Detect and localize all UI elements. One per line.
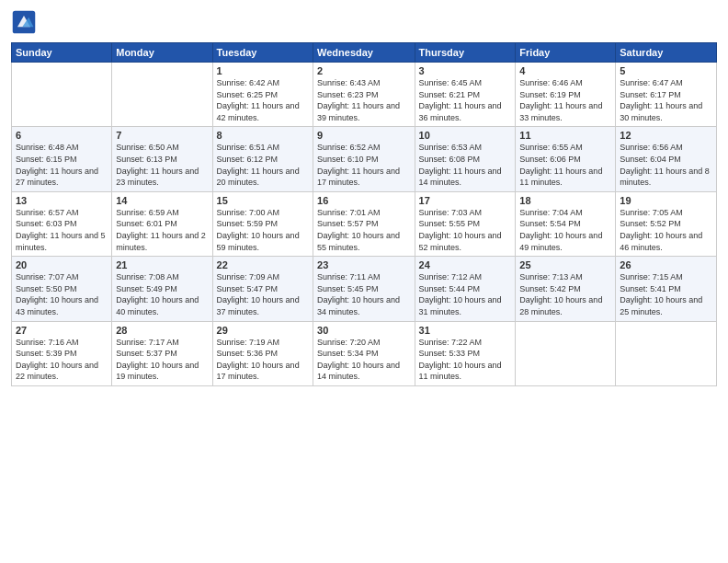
day-info: Sunrise: 7:03 AMSunset: 5:55 PMDaylight:… xyxy=(419,207,512,253)
day-number: 2 xyxy=(317,65,410,76)
day-info: Sunrise: 7:00 AMSunset: 5:59 PMDaylight:… xyxy=(217,207,309,253)
calendar-cell: 28Sunrise: 7:17 AMSunset: 5:37 PMDayligh… xyxy=(112,321,212,385)
day-number: 11 xyxy=(519,130,611,141)
day-info: Sunrise: 6:55 AMSunset: 6:06 PMDaylight:… xyxy=(519,142,611,188)
calendar-cell xyxy=(516,321,616,385)
day-number: 9 xyxy=(317,130,410,141)
calendar-cell: 15Sunrise: 7:00 AMSunset: 5:59 PMDayligh… xyxy=(212,191,313,256)
calendar-cell: 23Sunrise: 7:11 AMSunset: 5:45 PMDayligh… xyxy=(313,257,415,321)
calendar-cell xyxy=(616,321,717,385)
day-number: 20 xyxy=(16,259,108,270)
calendar-cell: 4Sunrise: 6:46 AMSunset: 6:19 PMDaylight… xyxy=(516,63,616,127)
day-info: Sunrise: 6:42 AMSunset: 6:25 PMDaylight:… xyxy=(217,77,309,123)
day-number: 3 xyxy=(419,65,512,76)
calendar-cell: 24Sunrise: 7:12 AMSunset: 5:44 PMDayligh… xyxy=(415,257,516,321)
day-number: 28 xyxy=(116,325,208,336)
calendar-table: SundayMondayTuesdayWednesdayThursdayFrid… xyxy=(11,42,717,386)
day-info: Sunrise: 6:57 AMSunset: 6:03 PMDaylight:… xyxy=(16,207,108,253)
weekday-header: Friday xyxy=(516,43,616,63)
day-info: Sunrise: 7:08 AMSunset: 5:49 PMDaylight:… xyxy=(116,271,208,317)
day-number: 31 xyxy=(419,325,512,336)
calendar-week-row: 20Sunrise: 7:07 AMSunset: 5:50 PMDayligh… xyxy=(12,257,717,321)
calendar-cell: 8Sunrise: 6:51 AMSunset: 6:12 PMDaylight… xyxy=(212,127,313,191)
calendar-cell: 25Sunrise: 7:13 AMSunset: 5:42 PMDayligh… xyxy=(516,257,616,321)
calendar-cell: 12Sunrise: 6:56 AMSunset: 6:04 PMDayligh… xyxy=(616,127,717,191)
day-info: Sunrise: 6:52 AMSunset: 6:10 PMDaylight:… xyxy=(317,142,410,188)
weekday-header: Wednesday xyxy=(313,43,415,63)
day-number: 1 xyxy=(217,65,309,76)
logo xyxy=(11,9,40,35)
calendar-cell: 17Sunrise: 7:03 AMSunset: 5:55 PMDayligh… xyxy=(415,191,516,256)
day-info: Sunrise: 7:15 AMSunset: 5:41 PMDaylight:… xyxy=(620,271,712,317)
calendar-cell: 1Sunrise: 6:42 AMSunset: 6:25 PMDaylight… xyxy=(212,63,313,127)
day-info: Sunrise: 6:59 AMSunset: 6:01 PMDaylight:… xyxy=(116,207,208,253)
calendar-cell xyxy=(12,63,112,127)
calendar-week-row: 6Sunrise: 6:48 AMSunset: 6:15 PMDaylight… xyxy=(12,127,717,191)
calendar-cell: 18Sunrise: 7:04 AMSunset: 5:54 PMDayligh… xyxy=(516,191,616,256)
day-number: 22 xyxy=(217,259,309,270)
weekday-header: Thursday xyxy=(415,43,516,63)
page-header xyxy=(11,9,717,35)
day-number: 12 xyxy=(620,130,712,141)
calendar-cell: 20Sunrise: 7:07 AMSunset: 5:50 PMDayligh… xyxy=(12,257,112,321)
day-number: 26 xyxy=(620,259,712,270)
day-info: Sunrise: 6:48 AMSunset: 6:15 PMDaylight:… xyxy=(16,142,108,188)
calendar-cell: 5Sunrise: 6:47 AMSunset: 6:17 PMDaylight… xyxy=(616,63,717,127)
calendar-cell: 10Sunrise: 6:53 AMSunset: 6:08 PMDayligh… xyxy=(415,127,516,191)
weekday-header: Sunday xyxy=(12,43,112,63)
calendar-week-row: 27Sunrise: 7:16 AMSunset: 5:39 PMDayligh… xyxy=(12,321,717,385)
weekday-header: Tuesday xyxy=(212,43,313,63)
day-number: 21 xyxy=(116,259,208,270)
day-number: 25 xyxy=(519,259,611,270)
day-info: Sunrise: 7:09 AMSunset: 5:47 PMDaylight:… xyxy=(217,271,309,317)
calendar-cell: 14Sunrise: 6:59 AMSunset: 6:01 PMDayligh… xyxy=(112,191,212,256)
day-info: Sunrise: 6:46 AMSunset: 6:19 PMDaylight:… xyxy=(519,77,611,123)
day-info: Sunrise: 7:01 AMSunset: 5:57 PMDaylight:… xyxy=(317,207,410,253)
calendar-cell: 26Sunrise: 7:15 AMSunset: 5:41 PMDayligh… xyxy=(616,257,717,321)
day-info: Sunrise: 7:13 AMSunset: 5:42 PMDaylight:… xyxy=(519,271,611,317)
day-number: 4 xyxy=(519,65,611,76)
day-info: Sunrise: 7:16 AMSunset: 5:39 PMDaylight:… xyxy=(16,337,108,383)
day-number: 16 xyxy=(317,195,410,206)
day-number: 17 xyxy=(419,195,512,206)
calendar-cell: 21Sunrise: 7:08 AMSunset: 5:49 PMDayligh… xyxy=(112,257,212,321)
calendar-week-row: 1Sunrise: 6:42 AMSunset: 6:25 PMDaylight… xyxy=(12,63,717,127)
calendar-header-row: SundayMondayTuesdayWednesdayThursdayFrid… xyxy=(12,43,717,63)
day-number: 29 xyxy=(217,325,309,336)
calendar-cell: 22Sunrise: 7:09 AMSunset: 5:47 PMDayligh… xyxy=(212,257,313,321)
day-info: Sunrise: 7:20 AMSunset: 5:34 PMDaylight:… xyxy=(317,337,410,383)
calendar-week-row: 13Sunrise: 6:57 AMSunset: 6:03 PMDayligh… xyxy=(12,191,717,256)
day-number: 8 xyxy=(217,130,309,141)
calendar-cell: 2Sunrise: 6:43 AMSunset: 6:23 PMDaylight… xyxy=(313,63,415,127)
day-info: Sunrise: 6:56 AMSunset: 6:04 PMDaylight:… xyxy=(620,142,712,188)
calendar-cell: 31Sunrise: 7:22 AMSunset: 5:33 PMDayligh… xyxy=(415,321,516,385)
day-info: Sunrise: 7:04 AMSunset: 5:54 PMDaylight:… xyxy=(519,207,611,253)
day-number: 30 xyxy=(317,325,410,336)
weekday-header: Monday xyxy=(112,43,212,63)
day-number: 10 xyxy=(419,130,512,141)
day-number: 18 xyxy=(519,195,611,206)
day-number: 5 xyxy=(620,65,712,76)
calendar-cell: 7Sunrise: 6:50 AMSunset: 6:13 PMDaylight… xyxy=(112,127,212,191)
day-info: Sunrise: 7:17 AMSunset: 5:37 PMDaylight:… xyxy=(116,337,208,383)
day-number: 24 xyxy=(419,259,512,270)
calendar-cell: 19Sunrise: 7:05 AMSunset: 5:52 PMDayligh… xyxy=(616,191,717,256)
day-number: 14 xyxy=(116,195,208,206)
calendar-cell: 6Sunrise: 6:48 AMSunset: 6:15 PMDaylight… xyxy=(12,127,112,191)
calendar-cell: 11Sunrise: 6:55 AMSunset: 6:06 PMDayligh… xyxy=(516,127,616,191)
day-info: Sunrise: 6:50 AMSunset: 6:13 PMDaylight:… xyxy=(116,142,208,188)
day-info: Sunrise: 6:53 AMSunset: 6:08 PMDaylight:… xyxy=(419,142,512,188)
calendar-cell xyxy=(112,63,212,127)
calendar-cell: 9Sunrise: 6:52 AMSunset: 6:10 PMDaylight… xyxy=(313,127,415,191)
day-number: 23 xyxy=(317,259,410,270)
day-info: Sunrise: 6:43 AMSunset: 6:23 PMDaylight:… xyxy=(317,77,410,123)
day-number: 19 xyxy=(620,195,712,206)
calendar-cell: 27Sunrise: 7:16 AMSunset: 5:39 PMDayligh… xyxy=(12,321,112,385)
day-info: Sunrise: 6:51 AMSunset: 6:12 PMDaylight:… xyxy=(217,142,309,188)
day-info: Sunrise: 7:12 AMSunset: 5:44 PMDaylight:… xyxy=(419,271,512,317)
weekday-header: Saturday xyxy=(616,43,717,63)
day-info: Sunrise: 7:05 AMSunset: 5:52 PMDaylight:… xyxy=(620,207,712,253)
day-number: 27 xyxy=(16,325,108,336)
day-info: Sunrise: 7:07 AMSunset: 5:50 PMDaylight:… xyxy=(16,271,108,317)
calendar-cell: 29Sunrise: 7:19 AMSunset: 5:36 PMDayligh… xyxy=(212,321,313,385)
